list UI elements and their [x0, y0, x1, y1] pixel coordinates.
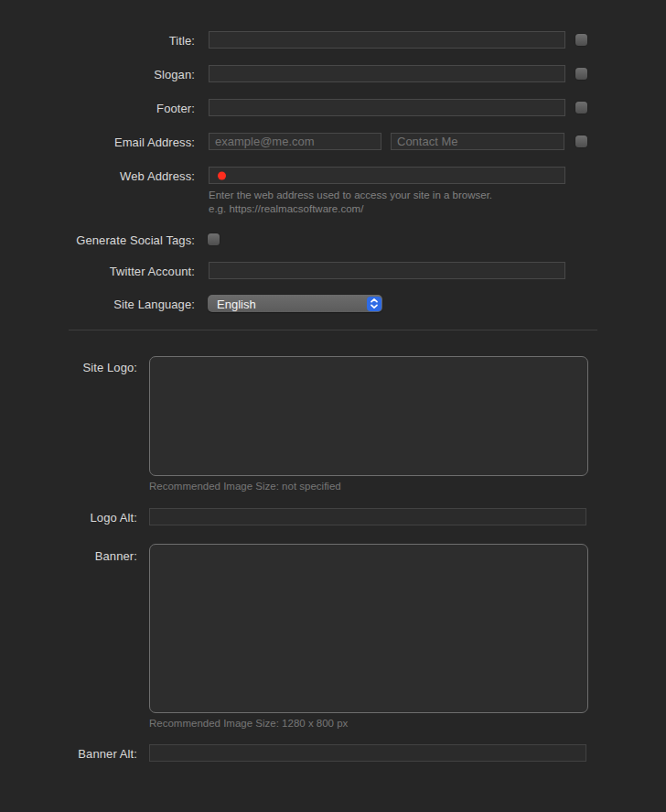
slogan-label: Slogan:	[0, 67, 195, 81]
web-address-help: Enter the web address used to access you…	[209, 189, 492, 216]
banner-caption: Recommended Image Size: 1280 x 800 px	[149, 718, 348, 729]
twitter-account-input[interactable]	[209, 262, 565, 279]
banner-well[interactable]	[149, 544, 588, 713]
web-address-input[interactable]	[209, 168, 564, 183]
footer-input[interactable]	[209, 99, 565, 116]
site-settings-form: Title: Slogan: Footer: Email Address: We…	[0, 0, 666, 812]
footer-checkbox[interactable]	[575, 102, 587, 114]
title-label: Title:	[0, 33, 195, 47]
site-logo-well[interactable]	[149, 356, 588, 476]
site-language-label: Site Language:	[0, 297, 195, 310]
banner-label: Banner:	[0, 548, 137, 562]
site-language-value: English	[217, 297, 256, 310]
twitter-account-label: Twitter Account:	[0, 264, 195, 277]
slogan-row: Slogan:	[0, 65, 666, 82]
slogan-checkbox[interactable]	[575, 68, 587, 80]
site-language-row: Site Language: English	[0, 295, 666, 312]
footer-row: Footer:	[0, 99, 666, 116]
site-language-popup[interactable]: English	[208, 295, 382, 312]
email-checkbox[interactable]	[575, 135, 587, 147]
title-row: Title:	[0, 31, 666, 49]
twitter-row: Twitter Account:	[0, 262, 666, 279]
banner-alt-input[interactable]	[149, 744, 586, 762]
logo-alt-label: Logo Alt:	[0, 510, 137, 524]
section-divider	[69, 330, 597, 330]
email-row: Email Address:	[0, 133, 666, 150]
banner-alt-label: Banner Alt:	[0, 746, 137, 760]
banner-alt-row: Banner Alt:	[0, 744, 666, 762]
title-input[interactable]	[209, 31, 565, 49]
title-checkbox[interactable]	[575, 34, 587, 46]
contact-label-input[interactable]	[391, 133, 564, 150]
web-address-help-line1: Enter the web address used to access you…	[209, 189, 492, 202]
generate-social-tags-label: Generate Social Tags:	[0, 233, 195, 246]
logo-alt-row: Logo Alt:	[0, 508, 666, 525]
web-address-field	[209, 167, 565, 184]
site-logo-label: Site Logo:	[0, 360, 137, 374]
chevron-up-down-icon	[367, 297, 381, 311]
footer-label: Footer:	[0, 101, 195, 114]
email-address-label: Email Address:	[0, 135, 195, 148]
web-address-row: Web Address:	[0, 167, 666, 184]
generate-social-tags-checkbox[interactable]	[208, 233, 220, 245]
site-logo-caption: Recommended Image Size: not specified	[149, 481, 341, 492]
slogan-input[interactable]	[209, 65, 565, 82]
web-address-label: Web Address:	[0, 168, 195, 182]
web-address-help-line2: e.g. https://realmacsoftware.com/	[209, 202, 492, 216]
email-input[interactable]	[209, 133, 381, 150]
social-tags-row: Generate Social Tags:	[0, 231, 666, 248]
logo-alt-input[interactable]	[149, 508, 586, 525]
